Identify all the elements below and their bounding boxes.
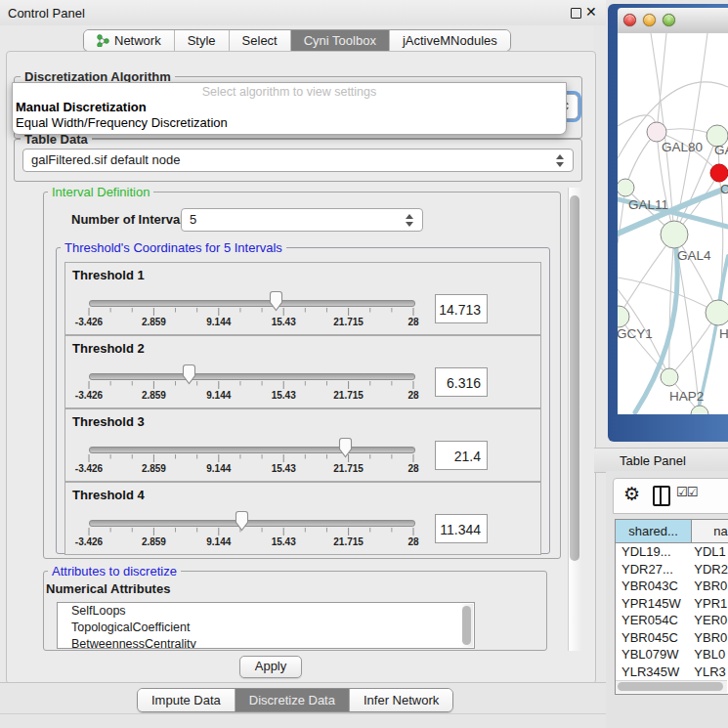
threshold-panel: Threshold 4-3.4262.8599.14415.4321.71528… (64, 482, 541, 555)
checkboxes-icon[interactable]: ☑☑ (676, 485, 697, 499)
table-data-combobox[interactable]: galFiltered.sif default node (22, 149, 574, 172)
node-label: GAL4 (677, 248, 711, 263)
table-row[interactable]: YBR043CYBR0 (616, 578, 728, 596)
threshold-value-field[interactable]: 11.344 (435, 514, 488, 543)
network-node[interactable] (691, 406, 708, 414)
slider-track[interactable] (89, 373, 415, 380)
tick-label: 9.144 (190, 463, 248, 474)
list-scrollbar[interactable] (461, 604, 473, 647)
minimize-traffic-light-icon[interactable] (643, 14, 656, 26)
network-canvas[interactable]: GAL80GACYGAL11GAL4GCY1HAHAP2 (618, 33, 728, 414)
network-node[interactable] (661, 221, 688, 248)
panel-title: Control Panel (8, 6, 85, 21)
tick-label: 2.859 (124, 536, 183, 547)
table-row[interactable]: YER054CYER0 (616, 613, 728, 630)
network-node[interactable] (710, 164, 728, 182)
threshold-value-field[interactable]: 21.4 (435, 441, 488, 470)
cell-name: YPR1 (689, 596, 728, 614)
tab-select[interactable]: Select (230, 30, 291, 51)
scrollbar-thumb[interactable] (618, 682, 723, 691)
gear-icon[interactable]: ⚙ (623, 483, 640, 505)
tab-discretize-data[interactable]: Discretize Data (236, 689, 350, 711)
horizontal-scrollbar[interactable] (616, 680, 727, 693)
tick-label: 15.43 (254, 463, 313, 474)
tick-label: 15.43 (254, 390, 313, 401)
tick-label: -3.426 (60, 390, 118, 401)
table-row[interactable]: YLR345WYLR3 (616, 664, 728, 682)
cell-name: YLR3 (689, 664, 728, 682)
network-node[interactable] (661, 368, 678, 386)
attributes-listbox[interactable]: SelfLoopsTopologicalCoefficientBetweenne… (57, 602, 475, 649)
table-data-groupbox: Table Data galFiltered.sif default node (14, 139, 582, 182)
threshold-value-field[interactable]: 14.713 (435, 294, 488, 323)
table-row[interactable]: YBL079WYBL0 (616, 647, 728, 664)
threshold-panel: Threshold 2-3.4262.8599.14415.4321.71528… (64, 335, 541, 408)
cell-shared-name: YPR145W (616, 596, 689, 614)
threshold-label: Threshold 1 (72, 268, 145, 282)
tab-network[interactable]: Network (84, 30, 175, 51)
tick-label: 9.144 (190, 390, 248, 401)
tab-label: Select (242, 33, 278, 48)
popup-option[interactable]: Manual Discretization (16, 100, 147, 114)
tick-label: 9.144 (190, 317, 248, 327)
num-intervals-combobox[interactable]: 5 (181, 208, 423, 232)
slider-handle[interactable] (338, 437, 353, 458)
tab-infer-network[interactable]: Infer Network (350, 689, 452, 711)
table-row[interactable]: YBR045CYBR0 (616, 630, 728, 648)
tab-label: jActiveMNodules (403, 33, 497, 48)
tick-label: 21.715 (320, 536, 378, 547)
column-header-name[interactable]: na (692, 520, 728, 543)
apply-button[interactable]: Apply (239, 656, 302, 678)
tick-label: 28 (384, 317, 443, 327)
tab-style[interactable]: Style (175, 30, 230, 51)
list-item[interactable]: TopologicalCoefficient (58, 620, 474, 636)
slider-track[interactable] (89, 520, 415, 527)
table-row[interactable]: YPR145WYPR1 (616, 596, 728, 614)
table-toolbar: ⚙ ☑☑ (613, 478, 728, 514)
zoom-traffic-light-icon[interactable] (663, 14, 675, 26)
threshold-label: Threshold 2 (72, 341, 145, 356)
slider-track[interactable] (89, 447, 415, 453)
tick-label: 21.715 (320, 317, 378, 327)
network-node[interactable] (618, 306, 629, 327)
list-item[interactable]: SelfLoops (58, 603, 474, 620)
bottom-bar: Impute DataDiscretize DataInfer Network (0, 682, 606, 728)
close-traffic-light-icon[interactable] (623, 14, 636, 26)
tab-jactivemnodules[interactable]: jActiveMNodules (390, 30, 510, 51)
scrollbar-thumb[interactable] (570, 195, 579, 561)
popup-option[interactable]: Equal Width/Frequency Discretization (16, 115, 228, 130)
network-window-titlebar[interactable] (618, 8, 728, 34)
table-row[interactable]: YDL19...YDL1 (616, 544, 728, 562)
slider-handle[interactable] (269, 290, 283, 312)
table-panel-body: ⚙ ☑☑ shared... na YDL19...YDL1YDR27...YD… (606, 471, 728, 728)
cell-shared-name: YER054C (616, 613, 689, 630)
tab-impute-data[interactable]: Impute Data (138, 689, 236, 711)
popup-placeholder: Select algorithm to view settings (13, 85, 566, 99)
float-window-icon[interactable] (571, 8, 581, 19)
list-item[interactable]: BetweennessCentrality (58, 636, 474, 649)
slider-handle[interactable] (182, 364, 196, 385)
column-header-shared-name[interactable]: shared... (616, 520, 692, 543)
table-row[interactable]: YDR27...YDR2 (616, 562, 728, 579)
cell-name: YER0 (689, 613, 728, 630)
close-icon[interactable]: ✕ (585, 4, 597, 20)
slider-handle[interactable] (235, 510, 249, 532)
cell-shared-name: YBL079W (616, 647, 689, 664)
threshold-value-field[interactable]: 6.316 (435, 367, 488, 397)
control-panel-tabs: NetworkStyleSelectCyni ToolboxjActiveMNo… (83, 29, 511, 52)
vertical-scrollbar[interactable] (568, 188, 581, 651)
network-node[interactable] (706, 300, 728, 325)
network-node[interactable] (647, 122, 666, 142)
slider-track[interactable] (89, 300, 415, 307)
split-columns-icon[interactable] (653, 486, 670, 506)
attributes-group-title: Attributes to discretize (48, 564, 181, 578)
tab-cyni-toolbox[interactable]: Cyni Toolbox (291, 30, 390, 51)
node-label: GA (714, 143, 728, 157)
cell-name: YBR0 (689, 630, 728, 648)
tick-label: 2.859 (124, 463, 183, 474)
tick-label: -3.426 (60, 317, 118, 327)
tick-label: 15.43 (254, 317, 313, 327)
network-node[interactable] (618, 179, 634, 196)
threshold-panel: Threshold 3-3.4262.8599.14415.4321.71528… (64, 408, 541, 482)
scrollbar-thumb[interactable] (462, 606, 471, 645)
